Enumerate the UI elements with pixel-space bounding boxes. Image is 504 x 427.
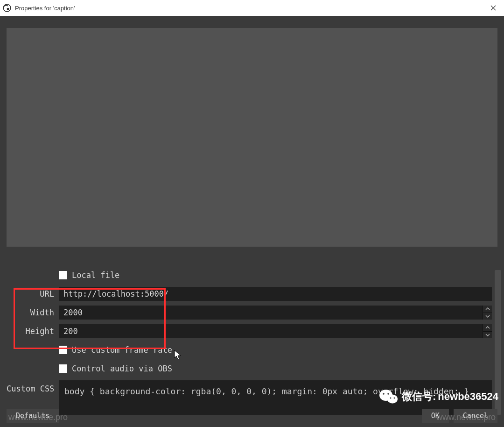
window-title: Properties for 'caption'	[15, 5, 75, 12]
dialog-footer: Defaults OK Cancel	[0, 405, 504, 427]
custom-fps-checkbox[interactable]	[59, 346, 67, 354]
svg-point-2	[7, 8, 9, 10]
chevron-down-icon	[485, 315, 490, 318]
width-input[interactable]	[59, 306, 483, 320]
url-input[interactable]	[59, 287, 492, 301]
obs-app-icon	[3, 4, 11, 12]
form-scrollbar[interactable]	[495, 270, 501, 415]
cancel-button[interactable]: Cancel	[454, 409, 497, 423]
width-step-up[interactable]	[483, 306, 492, 313]
height-step-up[interactable]	[483, 324, 492, 331]
close-icon	[490, 5, 496, 11]
custom-css-label: Custom CSS	[7, 380, 59, 393]
properties-form: Local file URL Width Height	[7, 268, 492, 420]
titlebar: Properties for 'caption'	[0, 0, 504, 16]
width-label: Width	[7, 308, 59, 317]
url-label: URL	[7, 289, 59, 299]
control-audio-checkbox[interactable]	[59, 364, 67, 373]
height-input[interactable]	[59, 324, 483, 338]
control-audio-label: Control audio via OBS	[72, 364, 172, 373]
chevron-up-icon	[485, 326, 490, 329]
height-step-down[interactable]	[483, 331, 492, 339]
local-file-checkbox[interactable]	[59, 271, 67, 279]
custom-fps-label: Use custom frame rate	[72, 345, 172, 355]
chevron-up-icon	[485, 307, 490, 310]
defaults-button[interactable]: Defaults	[7, 409, 59, 423]
window-close-button[interactable]	[483, 0, 504, 16]
dialog-body: www.newbe.pro Local file URL Width	[0, 16, 504, 427]
ok-button[interactable]: OK	[422, 409, 449, 423]
chevron-down-icon	[485, 334, 490, 336]
source-preview-area	[7, 28, 497, 247]
local-file-label: Local file	[72, 270, 119, 280]
height-label: Height	[7, 327, 59, 336]
width-step-down[interactable]	[483, 313, 492, 320]
